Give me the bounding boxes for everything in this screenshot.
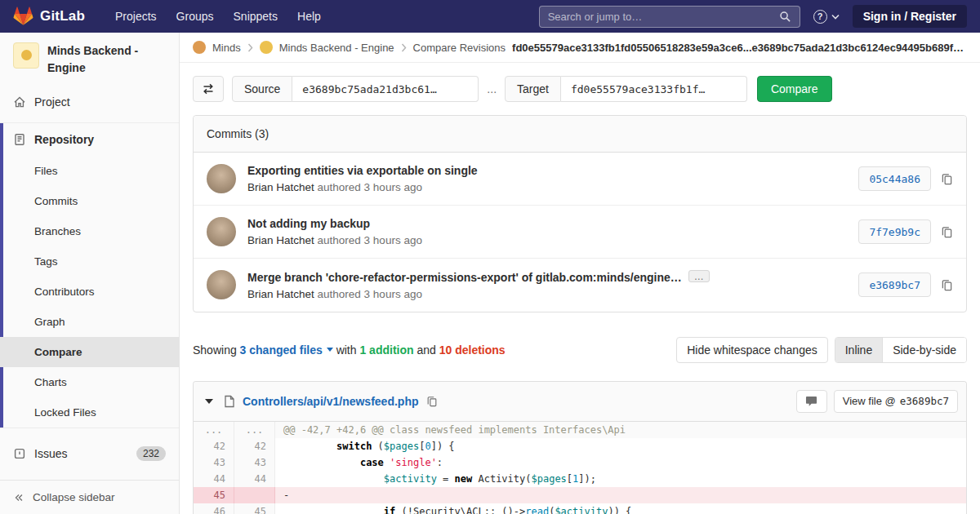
sidebar-item-issues[interactable]: Issues 232: [0, 438, 179, 469]
deletions-count: 10 deletions: [439, 343, 506, 357]
diff-line-row: 4343 case 'single':: [194, 454, 966, 471]
commit-expand-button[interactable]: …: [688, 270, 710, 282]
help-dropdown[interactable]: ?: [813, 10, 840, 24]
commit-author-link[interactable]: Brian Hatchet: [247, 234, 314, 246]
swap-revisions-button[interactable]: [193, 76, 224, 102]
navbar-right: Search or jump to… ? Sign in / Register: [539, 5, 967, 28]
target-revision-dropdown[interactable]: fd0e55579ace3133fb1f…: [561, 76, 747, 102]
commit-author-link[interactable]: Brian Hatchet: [247, 288, 314, 300]
old-line-number[interactable]: 43: [194, 454, 234, 471]
old-line-number[interactable]: 46: [194, 503, 234, 514]
changed-files-count: 3 changed files: [240, 343, 323, 357]
primary-nav: Projects Groups Snippets Help: [106, 5, 330, 28]
changed-files-dropdown[interactable]: 3 changed files: [240, 343, 333, 357]
view-file-sha: e3689bc7: [900, 395, 949, 407]
copy-sha-button[interactable]: [941, 279, 953, 291]
diff-hunk-row: ......@@ -42,7 +42,6 @@ class newsfeed i…: [194, 422, 966, 438]
source-group: Source e3689bc75ada21d3bc61…: [232, 76, 479, 102]
search-icon: [779, 11, 791, 23]
target-label: Target: [505, 76, 561, 102]
sidebar-item-branches[interactable]: Branches: [0, 216, 179, 246]
commit-author-link[interactable]: Brian Hatchet: [247, 181, 314, 193]
sidebar-item-contributors[interactable]: Contributors: [0, 277, 179, 307]
side-by-side-view-button[interactable]: Side-by-side: [882, 338, 966, 362]
sign-in-register-button[interactable]: Sign in / Register: [853, 5, 967, 28]
inline-view-button[interactable]: Inline: [835, 338, 882, 362]
breadcrumb-group-link[interactable]: Minds: [212, 42, 241, 54]
hide-whitespace-button[interactable]: Hide whitespace changes: [676, 337, 828, 363]
nav-item-help[interactable]: Help: [288, 5, 330, 28]
search-input[interactable]: Search or jump to…: [539, 6, 800, 28]
sidebar: Minds Backend - Engine Project Repositor…: [0, 33, 180, 514]
copy-sha-button[interactable]: [941, 226, 953, 238]
commit-meta-text: authored 3 hours ago: [318, 181, 422, 193]
commit-row: Not adding my backup Brian Hatchet autho…: [194, 205, 966, 258]
repo-subitems: FilesCommitsBranchesTagsContributorsGrap…: [0, 156, 179, 428]
compare-button[interactable]: Compare: [757, 76, 832, 102]
new-line-number: ...: [234, 422, 275, 438]
commit-sha-button[interactable]: e3689bc7: [858, 273, 931, 297]
double-chevron-left-icon: [13, 492, 24, 503]
gitlab-home-link[interactable]: GitLab: [13, 7, 85, 26]
commit-author-avatar[interactable]: [207, 270, 236, 299]
sidebar-item-files[interactable]: Files: [0, 156, 179, 186]
copy-icon: [941, 226, 953, 238]
view-file-button[interactable]: View file @ e3689bc7: [834, 390, 958, 413]
new-line-number[interactable]: 45: [234, 503, 275, 514]
new-line-number[interactable]: 42: [234, 438, 275, 454]
commit-author-avatar[interactable]: [207, 164, 236, 193]
chevron-down-icon: [831, 14, 840, 20]
old-line-number[interactable]: 42: [194, 438, 234, 454]
issues-icon: [13, 447, 26, 460]
chevron-right-icon: [401, 43, 407, 52]
group-mini-avatar: [193, 41, 206, 54]
old-line-number[interactable]: 44: [194, 471, 234, 487]
old-line-number[interactable]: 45: [194, 487, 234, 503]
diff-code-content: if (!Security\ACL::_()->read($activity))…: [275, 503, 966, 514]
commit-author-avatar[interactable]: [207, 217, 236, 246]
nav-item-snippets[interactable]: Snippets: [225, 5, 287, 28]
compare-revisions-form: Source e3689bc75ada21d3bc61… ... Target …: [193, 76, 967, 102]
project-context-switcher[interactable]: Minds Backend - Engine: [0, 33, 179, 86]
toggle-comments-button[interactable]: [796, 390, 827, 413]
nav-item-groups[interactable]: Groups: [167, 5, 223, 28]
sidebar-item-locked-files[interactable]: Locked Files: [0, 397, 179, 428]
commit-actions: e3689bc7: [858, 273, 953, 297]
collapse-sidebar-button[interactable]: Collapse sidebar: [0, 480, 179, 514]
source-revision-dropdown[interactable]: e3689bc75ada21d3bc61…: [292, 76, 479, 102]
collapse-diff-button[interactable]: [202, 394, 216, 409]
new-line-number[interactable]: 43: [234, 454, 275, 471]
sidebar-item-commits[interactable]: Commits: [0, 186, 179, 216]
commit-actions: 7f7e9b9c: [858, 219, 953, 244]
diff-file-path[interactable]: Controllers/api/v1/newsfeed.php: [243, 395, 419, 408]
sidebar-item-charts[interactable]: Charts: [0, 367, 179, 397]
breadcrumb-compare-link[interactable]: Compare Revisions: [413, 42, 506, 54]
diff-view-toggle: Inline Side-by-side: [835, 337, 967, 363]
copy-sha-button[interactable]: [941, 173, 953, 185]
sidebar-item-project[interactable]: Project: [0, 86, 179, 117]
copy-icon: [941, 279, 953, 291]
new-line-number[interactable]: [234, 487, 275, 503]
nav-item-projects[interactable]: Projects: [106, 5, 166, 28]
copy-file-path-button[interactable]: [426, 396, 438, 407]
copy-icon: [426, 396, 438, 407]
commit-title-link[interactable]: Not adding my backup: [247, 217, 370, 230]
commit-title-link[interactable]: Merge branch 'chore-refactor-permissions…: [247, 271, 682, 284]
sidebar-item-graph[interactable]: Graph: [0, 307, 179, 337]
caret-down-icon: [205, 399, 213, 404]
comment-icon: [805, 396, 817, 407]
sidebar-item-tags[interactable]: Tags: [0, 246, 179, 277]
commit-sha-button[interactable]: 7f7e9b9c: [858, 219, 931, 244]
diff-code-content: $activity = new Activity($pages[1]);: [275, 471, 966, 487]
sidebar-item-compare[interactable]: Compare: [0, 337, 179, 367]
caret-down-icon: [327, 348, 333, 352]
commit-sha-button[interactable]: 05c44a86: [858, 166, 931, 191]
new-line-number[interactable]: 44: [234, 471, 275, 487]
breadcrumb-project-link[interactable]: Minds Backend - Engine: [279, 42, 394, 54]
commit-meta: Brian Hatchet authored 3 hours ago: [247, 234, 847, 246]
commit-title-link[interactable]: Exporting entities via exportable on sin…: [247, 164, 478, 177]
project-mini-avatar: [260, 41, 273, 54]
sidebar-item-repository[interactable]: Repository: [0, 123, 179, 156]
showing-label: Showing: [193, 343, 237, 357]
issues-count-badge: 232: [136, 446, 166, 461]
